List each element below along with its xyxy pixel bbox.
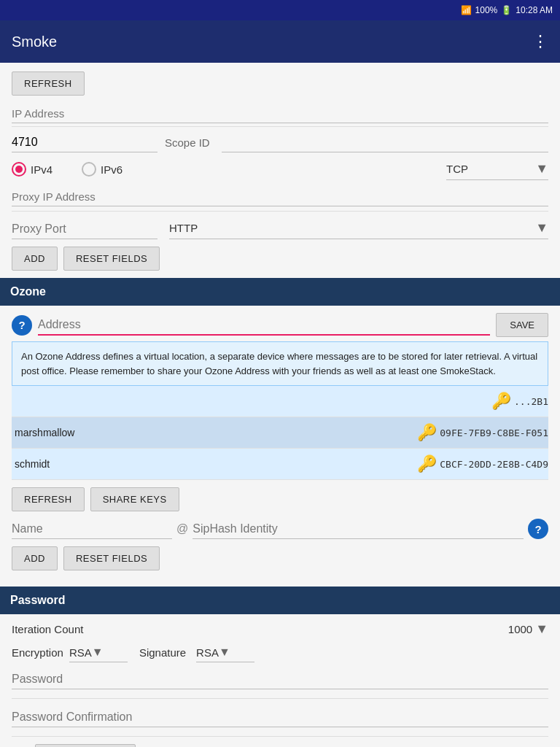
name-siphash-row: @ ?	[12, 519, 548, 539]
share-keys-button[interactable]: SHARE KEYS	[90, 487, 179, 511]
top-refresh-row: REFRESH	[12, 71, 548, 96]
encryption-arrow: ▼	[92, 646, 104, 659]
address-help-icon[interactable]: ?	[12, 315, 32, 336]
ozone-content: ? SAVE An Ozone Address defines a virtua…	[12, 306, 548, 585]
password-input[interactable]	[12, 670, 548, 689]
main-action-row: ADD RESET FIELDS	[12, 247, 548, 271]
ozone-info-box: An Ozone Address defines a virtual locat…	[12, 341, 548, 386]
iteration-value: 1000	[508, 623, 532, 635]
password-confirm-input[interactable]	[12, 708, 548, 727]
time-display: 10:28 AM	[516, 5, 553, 15]
table-row[interactable]: schmidt 🔑 CBCF-20DD-2E8B-C4D9	[12, 449, 548, 480]
refresh-button[interactable]: REFRESH	[12, 71, 85, 96]
ip-address-input[interactable]	[12, 104, 548, 123]
siphash-input[interactable]	[192, 519, 524, 539]
app-bar: Smoke ⋮	[0, 20, 560, 63]
app-title: Smoke	[12, 34, 57, 50]
set-password-row: SET PASSWORD	[12, 744, 548, 747]
signature-arrow: ▼	[219, 646, 230, 659]
scope-id-input[interactable]	[222, 133, 548, 152]
tcp-dropdown[interactable]: TCP ▼	[446, 158, 548, 180]
encryption-row: Encryption RSA ▼ Signature RSA ▼	[12, 643, 548, 662]
ozone-btn-row: REFRESH SHARE KEYS	[12, 487, 548, 511]
ipv4-radio-dot	[15, 166, 23, 173]
http-dropdown-arrow: ▼	[535, 220, 548, 236]
ipv6-radio[interactable]: IPv6	[82, 162, 122, 177]
address-row: ? SAVE	[12, 313, 548, 337]
row-hash-1: ...2B1	[514, 396, 548, 407]
tcp-value: TCP	[446, 163, 535, 175]
ip-address-group	[12, 104, 548, 123]
app-menu-button[interactable]: ⋮	[532, 32, 548, 51]
wifi-icon: 📶	[461, 5, 472, 15]
proxy-port-input[interactable]	[12, 220, 158, 239]
ozone-reset-button[interactable]: RESET FIELDS	[63, 546, 160, 570]
ipv4-radio[interactable]: IPv4	[12, 162, 52, 177]
iteration-label: Iteration Count	[12, 623, 83, 635]
row-name-2: marshmallow	[12, 427, 413, 438]
proxy-ip-input[interactable]	[12, 187, 548, 206]
key-icon-1: 🔑	[491, 392, 511, 411]
ipv6-radio-circle	[82, 162, 96, 177]
siphash-help-icon[interactable]: ?	[528, 519, 548, 539]
port-scope-row: 4710 Scope ID	[12, 133, 548, 152]
main-add-button[interactable]: ADD	[12, 247, 58, 271]
row-icon-1: 🔑	[488, 392, 514, 411]
iteration-row: Iteration Count 1000 ▼	[12, 622, 548, 637]
tcp-dropdown-arrow: ▼	[535, 161, 548, 177]
encryption-dropdown[interactable]: RSA ▼	[69, 643, 128, 662]
status-bar: 📶 100% 🔋 10:28 AM	[0, 0, 560, 20]
iteration-dropdown-arrow: ▼	[535, 622, 548, 637]
row-icon-3: 🔑	[413, 454, 440, 473]
key-icon-2: 🔑	[417, 423, 437, 442]
ozone-refresh-button[interactable]: REFRESH	[12, 487, 85, 511]
ozone-section-header: Ozone	[0, 278, 560, 306]
ipv4-radio-circle	[12, 162, 26, 177]
ozone-add-button[interactable]: ADD	[12, 546, 58, 570]
row-icon-2: 🔑	[413, 423, 440, 442]
http-value: HTTP	[169, 222, 535, 234]
battery-icon: 🔋	[501, 5, 512, 15]
iteration-value-row[interactable]: 1000 ▼	[83, 622, 548, 637]
at-sign: @	[176, 522, 188, 535]
row-hash-2: 09FE-7FB9-C8BE-F051	[440, 427, 548, 438]
battery-percent: 100%	[475, 5, 498, 15]
signature-value: RSA	[196, 646, 219, 659]
http-dropdown[interactable]: HTTP ▼	[169, 217, 548, 239]
password-section-header: Password	[0, 587, 560, 614]
key-icon-3: 🔑	[417, 454, 437, 473]
ozone-save-button[interactable]: SAVE	[496, 313, 548, 337]
table-row[interactable]: marshmallow 🔑 09FE-7FB9-C8BE-F051	[12, 417, 548, 449]
row-name-3: schmidt	[12, 458, 413, 470]
signature-dropdown[interactable]: RSA ▼	[196, 643, 254, 662]
encryption-label: Encryption	[12, 646, 63, 659]
main-content: REFRESH 4710 Scope ID IPv4 IPv6 TCP ▼	[0, 63, 560, 747]
name-input[interactable]	[12, 519, 172, 539]
row-hash-3: CBCF-20DD-2E8B-C4D9	[440, 459, 548, 470]
password-content: Iteration Count 1000 ▼ Encryption RSA ▼ …	[12, 614, 548, 747]
proxy-ip-group	[12, 187, 548, 206]
set-password-button[interactable]: SET PASSWORD	[35, 744, 136, 747]
ipv6-label: IPv6	[101, 163, 122, 176]
encryption-value: RSA	[69, 646, 92, 659]
ozone-info-text: An Ozone Address defines a virtual locat…	[21, 351, 537, 376]
table-row[interactable]: 🔑 ...2B1	[12, 386, 548, 417]
password-title: Password	[10, 594, 66, 606]
proxy-port-row: HTTP ▼	[12, 217, 548, 239]
status-bar-icons: 📶 100% 🔋 10:28 AM	[461, 5, 553, 15]
main-reset-button[interactable]: RESET FIELDS	[63, 247, 160, 271]
signature-label: Signature	[139, 646, 186, 659]
ozone-action-row: ADD RESET FIELDS	[12, 546, 548, 570]
port-input[interactable]: 4710	[12, 133, 158, 152]
ozone-title: Ozone	[10, 285, 46, 298]
ip-version-row: IPv4 IPv6 TCP ▼	[12, 158, 548, 180]
ozone-address-input[interactable]	[38, 315, 490, 336]
scope-id-label: Scope ID	[165, 136, 210, 149]
ipv4-label: IPv4	[31, 163, 52, 176]
